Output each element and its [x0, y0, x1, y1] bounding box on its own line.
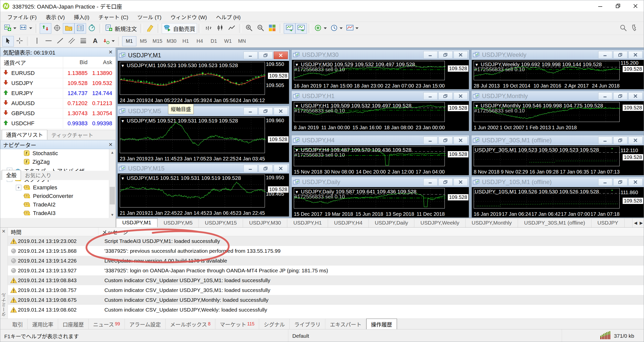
window-minimize-button[interactable] — [591, 0, 609, 12]
chart-close-button[interactable] — [274, 52, 288, 59]
close-icon[interactable]: ✕ — [108, 49, 113, 55]
window-close-button[interactable] — [627, 0, 644, 12]
timeframe-D1[interactable]: D1 — [207, 36, 221, 46]
chart-window-USDJPY,M15[interactable]: USDJPY,M15 ▼USDJPY,M15 109.521 109.531 1… — [117, 163, 290, 217]
chevron-down-icon[interactable] — [355, 27, 358, 29]
chevron-down-icon[interactable] — [13, 27, 16, 29]
timeframe-M1[interactable]: M1 — [122, 36, 136, 46]
search-button[interactable] — [618, 23, 629, 34]
chart-restore-button[interactable] — [438, 137, 453, 144]
chart-window-USDJPY,M30[interactable]: USDJPY,M30 ▼USDJPY,M30 109.529 109.532 1… — [291, 50, 469, 90]
chart-canvas[interactable]: ▼USDJPY,H1 109.509 109.532 109.497 109.5… — [292, 101, 469, 131]
terminal-tab-10[interactable]: 操作履歴 — [366, 319, 397, 330]
terminal-column-headers[interactable]: 時間 メッセージ — [8, 228, 644, 236]
symbol-dropdown-icon[interactable]: ▼ — [121, 119, 125, 123]
chart-minimize-button[interactable] — [244, 107, 258, 115]
market-watch-row-EURJPY[interactable]: EURJPY124.737124.744 — [0, 88, 115, 98]
crosshair-button[interactable] — [14, 36, 25, 47]
chart-title-bar[interactable]: USDJPY,H1 — [292, 91, 469, 101]
close-icon[interactable]: ✕ — [108, 142, 113, 148]
chart-window-USDJPY,M5[interactable]: USDJPY,M5 ▼USDJPY,M5 109.521 109.531 109… — [117, 106, 290, 163]
chart-title-bar[interactable]: USDJPY,Monthly — [471, 91, 644, 101]
chart-restore-button[interactable] — [613, 137, 627, 144]
chart-canvas[interactable]: ▼USDJPY,H4 109.487 109.570 109.436 109.5… — [292, 145, 469, 175]
channel-button[interactable] — [66, 36, 77, 47]
log-row-7[interactable]: 2019.01.24 13:19:08.602 Custom indicator… — [8, 305, 644, 315]
timeframe-H4[interactable]: H4 — [193, 36, 207, 46]
chevron-down-icon[interactable] — [340, 27, 343, 29]
chart-restore-button[interactable] — [259, 52, 273, 59]
chart-tab-3[interactable]: USDJPY,M30 — [243, 219, 287, 227]
chart-window-USDJPY,Weekly[interactable]: USDJPY,Weekly ▼USDJPY,Weekly 109.692 109… — [471, 50, 644, 90]
log-row-2[interactable]: 2019.01.24 13:19:14.226 LiveUpdate: new … — [8, 256, 644, 266]
chart-tab-2[interactable]: USDJPY,M15 — [199, 219, 243, 227]
timeframe-M15[interactable]: M15 — [150, 36, 165, 46]
market-watch-tab-1[interactable]: ティックチャート — [47, 130, 97, 140]
terminal-tab-0[interactable]: 取引 — [8, 319, 28, 329]
navigator-button[interactable] — [63, 23, 74, 34]
chart-tab-7[interactable]: USDJPY,Weekly — [414, 219, 465, 227]
chart-title-bar[interactable]: USDJPY_30S,M1 (offline) — [471, 135, 644, 145]
chart-title-bar[interactable]: USDJPY,M1 — [117, 50, 289, 61]
chart-minimize-button[interactable] — [423, 92, 437, 100]
market-watch-row-GBPUSD[interactable]: GBPUSD1.307431.30754 — [0, 108, 115, 118]
zoom-in-button[interactable] — [243, 23, 255, 34]
log-row-0[interactable]: 2019.01.24 13:19:23.002 Script TradeAI3 … — [8, 236, 644, 246]
chart-minimize-button[interactable] — [598, 137, 612, 144]
market-watch-row-USDJPY[interactable]: USDJPY109.528109.532 — [0, 78, 115, 88]
vertical-line-button[interactable] — [31, 36, 43, 47]
chart-canvas[interactable]: USDJPY_10S,M1 109.526 109.530 109.526 10… — [472, 187, 644, 218]
chevron-down-icon[interactable] — [29, 27, 32, 29]
terminal-tab-2[interactable]: 口座履歴 — [58, 319, 89, 329]
chart-close-button[interactable] — [454, 51, 468, 59]
timeframe-M5[interactable]: M5 — [136, 36, 150, 46]
chart-tab-10[interactable]: USDJPY — [591, 219, 625, 227]
chart-canvas[interactable]: ▼USDJPY,Daily 109.587 109.641 109.436 10… — [292, 187, 469, 218]
terminal-tab-1[interactable]: 運用比率 — [28, 319, 58, 329]
symbol-dropdown-icon[interactable]: ▼ — [121, 176, 125, 181]
symbol-dropdown-icon[interactable]: ▼ — [121, 64, 125, 68]
chart-restore-button[interactable] — [613, 178, 627, 186]
auto-trading-button[interactable]: 自動売買 — [162, 23, 197, 34]
periods-button[interactable] — [329, 23, 344, 34]
terminal-tab-5[interactable]: メールボックス8 — [166, 319, 215, 329]
chart-candles-button[interactable] — [214, 23, 226, 34]
terminal-tab-7[interactable]: シグナル — [259, 319, 290, 329]
fibonacci-button[interactable] — [77, 36, 89, 47]
navigator-header[interactable]: ナビゲーター ✕ — [0, 140, 115, 149]
chart-window-USDJPY_10S,M1 (offline)[interactable]: USDJPY_10S,M1 (offline) USDJPY_10S,M1 10… — [471, 177, 644, 218]
navigator-item-7[interactable]: TradeAI3 — [0, 209, 109, 218]
chart-minimize-button[interactable] — [423, 178, 437, 186]
navigator-item-6[interactable]: TradeAI2 — [0, 200, 109, 209]
chart-tab-8[interactable]: USDJPY,Monthly — [466, 219, 518, 227]
chart-restore-button[interactable] — [259, 165, 273, 172]
chart-close-button[interactable] — [454, 178, 468, 186]
arrows-button[interactable] — [101, 36, 116, 47]
market-watch-row-EURUSD[interactable]: EURUSD1.138851.13890 — [0, 68, 115, 78]
chart-restore-button[interactable] — [438, 92, 453, 100]
chart-line-button[interactable] — [226, 23, 237, 34]
chart-tab-0[interactable]: USDJPY,M1 — [116, 218, 157, 227]
chart-close-button[interactable] — [628, 178, 642, 186]
log-row-4[interactable]: 2019.01.24 13:19:08.843 Custom indicator… — [8, 275, 644, 285]
log-row-3[interactable]: 2019.01.24 13:19:13.927 '3387925': login… — [8, 266, 644, 275]
market-watch-button[interactable] — [40, 23, 51, 34]
tab-scroll-right-icon[interactable]: ▶ — [640, 221, 643, 225]
navigator-item-4[interactable]: +Examples — [0, 183, 109, 192]
auto-scroll-button[interactable] — [284, 23, 295, 34]
title-bar[interactable]: 3387925: OANDA-Japan Practice - デモ口座 — [0, 0, 644, 12]
timeframe-M30[interactable]: M30 — [165, 36, 179, 46]
chart-window-USDJPY,Daily[interactable]: USDJPY,Daily ▼USDJPY,Daily 109.587 109.6… — [291, 177, 469, 218]
tile-windows-button[interactable] — [266, 23, 278, 34]
chart-close-button[interactable] — [274, 165, 288, 172]
zoom-out-button[interactable] — [255, 23, 266, 34]
navigator-item-0[interactable]: fStochastic — [0, 149, 109, 158]
chart-minimize-button[interactable] — [598, 92, 612, 100]
chart-canvas[interactable]: ▼USDJPY,Weekly 109.692 109.998 109.144 1… — [472, 60, 644, 89]
timeframe-MN[interactable]: MN — [235, 36, 249, 46]
log-row-1[interactable]: 2019.01.24 13:19:15.868 '3387925': previ… — [8, 246, 644, 256]
chart-window-USDJPY,Monthly[interactable]: USDJPY,Monthly ▼USDJPY,Monthly 109.546 1… — [471, 91, 644, 132]
menu-item-5[interactable]: ウィンドウ (W) — [166, 12, 212, 22]
chart-minimize-button[interactable] — [423, 51, 437, 59]
chart-canvas[interactable]: ▼USDJPY,M15 109.521 109.531 109.519 109.… — [118, 174, 289, 217]
